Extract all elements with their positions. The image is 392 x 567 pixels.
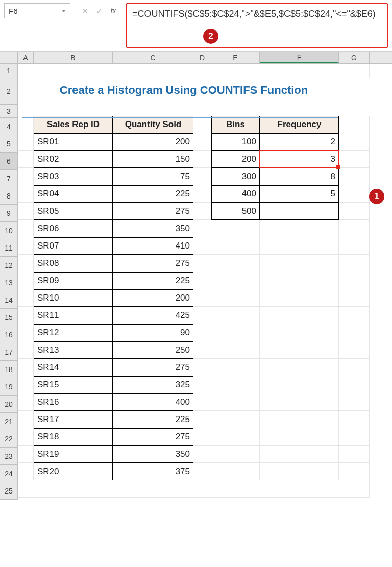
page-title: Create a Histogram Using COUNTIFS Functi… (18, 78, 350, 103)
table1-cell-id[interactable]: SR05 (34, 203, 113, 220)
row-header[interactable]: 10 (0, 222, 18, 239)
table1-cell-id[interactable]: SR15 (34, 376, 113, 393)
table1-cell-id[interactable]: SR04 (34, 185, 113, 203)
row-header[interactable]: 11 (0, 239, 18, 257)
row-header[interactable]: 5 (0, 135, 18, 153)
col-header-E[interactable]: E (211, 52, 260, 63)
table1-cell-qty[interactable]: 275 (113, 255, 193, 272)
table1-header-qty[interactable]: Quantity Sold (113, 116, 193, 133)
table1-cell-id[interactable]: SR07 (34, 237, 113, 255)
table1-cell-id[interactable]: SR14 (34, 359, 113, 376)
table2-header-bins[interactable]: Bins (211, 116, 260, 133)
name-box[interactable]: F6 (4, 3, 70, 18)
table1-cell-id[interactable]: SR02 (34, 151, 113, 168)
column-headers: A B C D E F G (0, 52, 392, 64)
spreadsheet-grid: A B C D E F G 1 2 3 4 5 6 7 8 9 10 11 12… (0, 52, 392, 500)
col-header-C[interactable]: C (113, 52, 193, 63)
table1-cell-qty[interactable]: 225 (113, 272, 193, 289)
table1-cell-id[interactable]: SR12 (34, 324, 113, 341)
table2-cell-freq[interactable] (260, 203, 339, 220)
row-header[interactable]: 9 (0, 205, 18, 222)
table2-cell-freq[interactable]: 8 (260, 168, 339, 185)
col-header-D[interactable]: D (193, 52, 211, 63)
table1-cell-qty[interactable]: 350 (113, 446, 193, 463)
table1-cell-id[interactable]: SR01 (34, 133, 113, 151)
table1-cell-qty[interactable]: 425 (113, 307, 193, 324)
row-header[interactable]: 22 (0, 430, 18, 448)
row-header[interactable]: 23 (0, 448, 18, 465)
table1-cell-id[interactable]: SR03 (34, 168, 113, 185)
table1-cell-qty[interactable]: 275 (113, 359, 193, 376)
table1-cell-id[interactable]: SR06 (34, 220, 113, 237)
row-header[interactable]: 16 (0, 326, 18, 343)
row-header[interactable]: 6 (0, 153, 18, 170)
table1-cell-qty[interactable]: 225 (113, 411, 193, 428)
table2-cell-bin[interactable]: 400 (211, 185, 260, 203)
table2-cell-bin[interactable]: 300 (211, 168, 260, 185)
table1-cell-qty[interactable]: 75 (113, 168, 193, 185)
callout-badge-2: 2 (203, 29, 218, 44)
col-header-B[interactable]: B (34, 52, 113, 63)
row-header[interactable]: 14 (0, 291, 18, 309)
row-header[interactable]: 18 (0, 361, 18, 378)
table1-cell-qty[interactable]: 275 (113, 428, 193, 446)
table1-cell-id[interactable]: SR17 (34, 411, 113, 428)
table1-cell-id[interactable]: SR19 (34, 446, 113, 463)
col-header-A[interactable]: A (18, 52, 34, 63)
col-header-F[interactable]: F (260, 52, 339, 63)
select-all-corner[interactable] (0, 52, 18, 63)
row-header[interactable]: 20 (0, 396, 18, 413)
row-header[interactable]: 24 (0, 465, 18, 482)
table1-cell-qty[interactable]: 150 (113, 151, 193, 168)
table1-cell-qty[interactable]: 400 (113, 393, 193, 411)
row-header[interactable]: 8 (0, 187, 18, 205)
row-header[interactable]: 17 (0, 343, 18, 361)
row-header[interactable]: 4 (0, 118, 18, 135)
table1-cell-id[interactable]: SR11 (34, 307, 113, 324)
table1-cell-id[interactable]: SR16 (34, 393, 113, 411)
row-header[interactable]: 12 (0, 257, 18, 274)
table1-cell-qty[interactable]: 410 (113, 237, 193, 255)
table1-cell-id[interactable]: SR10 (34, 289, 113, 307)
table1-cell-id[interactable]: SR18 (34, 428, 113, 446)
table1-cell-qty[interactable]: 225 (113, 185, 193, 203)
row-header[interactable]: 13 (0, 274, 18, 291)
table2-cell-freq[interactable]: 5 (260, 185, 339, 203)
formula-input[interactable]: =COUNTIFS($C$5:$C$24,">"&$E5,$C$5:$C$24,… (126, 3, 388, 48)
col-header-G[interactable]: G (339, 52, 370, 63)
title-underline (22, 117, 338, 118)
table2-cell-freq[interactable]: 3 (260, 151, 339, 168)
table1-header-id[interactable]: Sales Rep ID (34, 116, 113, 133)
row-header[interactable]: 7 (0, 170, 18, 187)
table1-cell-qty[interactable]: 325 (113, 376, 193, 393)
row-header[interactable]: 2 (0, 78, 18, 105)
table2-cell-freq[interactable]: 2 (260, 133, 339, 151)
fx-icon[interactable]: fx (107, 3, 120, 18)
table1-cell-id[interactable]: SR13 (34, 341, 113, 359)
row-header[interactable]: 3 (0, 105, 18, 118)
table1-cell-id[interactable]: SR20 (34, 463, 113, 480)
row-header[interactable]: 1 (0, 64, 18, 78)
callout-badge-1: 1 (369, 189, 384, 204)
table1-cell-qty[interactable]: 200 (113, 289, 193, 307)
cancel-icon: ✕ (78, 3, 91, 18)
table2-cell-bin[interactable]: 200 (211, 151, 260, 168)
table1-cell-qty[interactable]: 350 (113, 220, 193, 237)
table1-cell-qty[interactable]: 250 (113, 341, 193, 359)
table1-cell-qty[interactable]: 275 (113, 203, 193, 220)
table1-cell-qty[interactable]: 200 (113, 133, 193, 151)
table1-cell-id[interactable]: SR08 (34, 255, 113, 272)
row-header[interactable]: 19 (0, 378, 18, 396)
table1-cell-qty[interactable]: 90 (113, 324, 193, 341)
row-header[interactable]: 25 (0, 482, 18, 500)
row-headers: 1 2 3 4 5 6 7 8 9 10 11 12 13 14 15 16 1… (0, 64, 18, 500)
table2-header-freq[interactable]: Frequency (260, 116, 339, 133)
table1-cell-qty[interactable]: 375 (113, 463, 193, 480)
table2-cell-bin[interactable]: 100 (211, 133, 260, 151)
formula-bar: F6 ✕ ✓ fx =COUNTIFS($C$5:$C$24,">"&$E5,$… (0, 0, 392, 52)
table2-cell-bin[interactable]: 500 (211, 203, 260, 220)
row-header[interactable]: 21 (0, 413, 18, 430)
table1-cell-id[interactable]: SR09 (34, 272, 113, 289)
check-icon: ✓ (92, 3, 106, 18)
row-header[interactable]: 15 (0, 309, 18, 326)
